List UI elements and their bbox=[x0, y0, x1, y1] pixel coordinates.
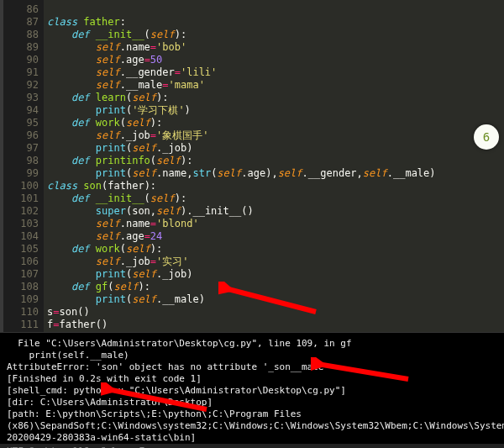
code-line[interactable]: print(self.__male) bbox=[47, 293, 504, 306]
line-number: 105 bbox=[3, 243, 39, 256]
code-line[interactable]: def work(self): bbox=[47, 243, 504, 256]
status-encoding: UTF-8 bbox=[7, 444, 34, 448]
code-line[interactable]: def learn(self): bbox=[47, 92, 504, 104]
console-line: [path: E:\python\Scripts\;E:\python\;C:\… bbox=[7, 408, 497, 444]
code-line[interactable]: print(self._job) bbox=[47, 142, 504, 155]
line-number: 98 bbox=[3, 155, 39, 167]
line-number: 103 bbox=[3, 218, 39, 230]
console-line: [Finished in 0.2s with exit code 1] bbox=[7, 373, 497, 385]
code-line[interactable]: def __init__(self): bbox=[47, 29, 504, 41]
code-line[interactable]: self.__gender='lili' bbox=[47, 66, 504, 79]
line-number: 106 bbox=[3, 256, 39, 268]
code-line[interactable]: self._job='实习' bbox=[47, 256, 504, 268]
code-line[interactable]: self.age=50 bbox=[47, 54, 504, 66]
line-number: 100 bbox=[3, 180, 39, 192]
line-number: 101 bbox=[3, 192, 39, 205]
line-number: 108 bbox=[3, 281, 39, 293]
code-line[interactable]: def printinfo(self): bbox=[47, 155, 504, 167]
badge-value: 6 bbox=[483, 130, 490, 144]
line-number: 87 bbox=[3, 16, 39, 29]
code-editor[interactable]: 8687888990919293949596979899100101102103… bbox=[0, 0, 504, 332]
line-number: 110 bbox=[3, 306, 39, 319]
line-number: 109 bbox=[3, 293, 39, 306]
line-number: 102 bbox=[3, 205, 39, 218]
code-line[interactable]: f.work() bbox=[47, 331, 504, 332]
line-number: 89 bbox=[3, 41, 39, 54]
console-line: print(self.__male) bbox=[7, 350, 497, 361]
code-line[interactable]: self._job='象棋国手' bbox=[47, 129, 504, 142]
code-line[interactable]: s=son() bbox=[47, 306, 504, 319]
console-line: [dir: C:\Users\Administrator\Desktop] bbox=[7, 397, 497, 408]
line-number: 107 bbox=[3, 268, 39, 281]
code-line[interactable]: def __init__(self): bbox=[47, 192, 504, 205]
status-bar: UTF-8 Line 116, Column 7 bbox=[0, 444, 504, 448]
line-number: 88 bbox=[3, 29, 39, 41]
code-line[interactable]: f=father() bbox=[47, 319, 504, 331]
code-line[interactable]: class son(father): bbox=[47, 180, 504, 192]
line-number-gutter: 8687888990919293949596979899100101102103… bbox=[3, 0, 44, 332]
status-line-col: Line 116, Column 7 bbox=[45, 444, 144, 448]
code-line[interactable]: self.name='bob' bbox=[47, 41, 504, 54]
code-line[interactable]: self.name='blond' bbox=[47, 218, 504, 230]
line-number: 96 bbox=[3, 129, 39, 142]
line-number: 104 bbox=[3, 230, 39, 243]
line-number: 97 bbox=[3, 142, 39, 155]
code-line[interactable] bbox=[47, 3, 504, 16]
console-line: [shell_cmd: python -u "C:\Users\Administ… bbox=[7, 385, 497, 397]
code-line[interactable]: def gf(self): bbox=[47, 281, 504, 293]
line-number: 94 bbox=[3, 104, 39, 117]
code-line[interactable]: print('学习下棋') bbox=[47, 104, 504, 117]
hint-badge: 6 bbox=[474, 124, 499, 150]
code-line[interactable]: super(son,self).__init__() bbox=[47, 205, 504, 218]
line-number: 90 bbox=[3, 54, 39, 66]
line-number: 95 bbox=[3, 117, 39, 129]
code-line[interactable]: class father: bbox=[47, 16, 504, 29]
line-number: 112 bbox=[3, 331, 39, 332]
line-number: 92 bbox=[3, 79, 39, 92]
code-line[interactable]: self.age=24 bbox=[47, 230, 504, 243]
code-line[interactable]: def work(self): bbox=[47, 117, 504, 129]
code-line[interactable]: self.__male='mama' bbox=[47, 79, 504, 92]
line-number: 99 bbox=[3, 167, 39, 180]
console-line: AttributeError: 'son' object has no attr… bbox=[7, 361, 497, 373]
line-number: 111 bbox=[3, 319, 39, 331]
line-number: 93 bbox=[3, 92, 39, 104]
code-line[interactable]: print(self.name,str(self.age),self.__gen… bbox=[47, 167, 504, 180]
line-number: 86 bbox=[3, 3, 39, 16]
code-line[interactable]: print(self._job) bbox=[47, 268, 504, 281]
console-line: File "C:\Users\Administrator\Desktop\cg.… bbox=[7, 338, 497, 350]
build-output-console[interactable]: File "C:\Users\Administrator\Desktop\cg.… bbox=[0, 332, 504, 444]
line-number: 91 bbox=[3, 66, 39, 79]
code-area[interactable]: class father: def __init__(self): self.n… bbox=[44, 0, 504, 332]
